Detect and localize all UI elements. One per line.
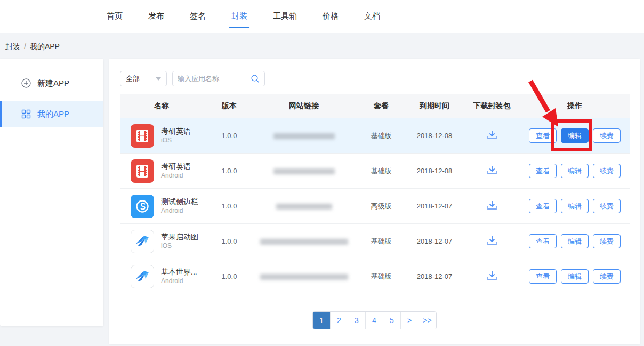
blurred-website-link xyxy=(276,204,332,210)
expiry-date-cell: 2018-12-07 xyxy=(405,202,464,210)
app-table: 名称版本网站链接套餐到期时间下载封装包操作 考研英语 iOS 1.0.0 基础版… xyxy=(120,94,630,294)
app-platform: Android xyxy=(161,277,197,286)
download-icon[interactable] xyxy=(486,235,498,246)
download-icon[interactable] xyxy=(486,130,498,140)
app-version: 1.0.0 xyxy=(208,237,251,245)
app-platform: Android xyxy=(161,207,198,215)
column-header: 下载封装包 xyxy=(464,101,520,111)
download-cell xyxy=(464,270,520,283)
table-row: 考研英语 Android 1.0.0 基础版 2018-12-08 查看 编辑 … xyxy=(120,154,630,189)
last-page-button[interactable]: >> xyxy=(418,312,436,329)
toolbar: 全部 xyxy=(120,71,629,86)
s-blue-app-icon xyxy=(131,195,154,218)
app-version: 1.0.0 xyxy=(208,202,251,210)
table-row: 测试侧边栏 Android 1.0.0 高级版 2018-12-07 查看 编辑… xyxy=(120,189,630,224)
sidebar-item-my-app[interactable]: 我的APP xyxy=(0,101,103,127)
next-page-button[interactable]: > xyxy=(401,312,418,329)
plus-circle-icon xyxy=(21,78,31,88)
pagination: 12345>>> xyxy=(312,311,437,329)
app-name-cell: 考研英语 iOS xyxy=(120,124,208,148)
plan-cell: 基础版 xyxy=(357,237,405,246)
page-button-3[interactable]: 3 xyxy=(348,312,366,329)
film-red-app-icon xyxy=(131,124,154,148)
expiry-date-cell: 2018-12-08 xyxy=(405,132,464,140)
actions-cell: 查看 编辑 续费 xyxy=(520,234,630,248)
actions-cell: 查看 编辑 续费 xyxy=(520,128,630,143)
sidebar-item-new-app[interactable]: 新建APP xyxy=(0,70,103,96)
nav-tab[interactable]: 封装 xyxy=(231,0,247,33)
nav-tab[interactable]: 价格 xyxy=(323,0,339,33)
grid-icon xyxy=(21,109,31,119)
bird-blue-app-icon xyxy=(131,230,154,253)
chevron-down-icon xyxy=(156,77,161,81)
app-name-cell: 苹果启动图 iOS xyxy=(120,230,208,253)
page-button-1[interactable]: 1 xyxy=(313,312,331,329)
edit-button[interactable]: 编辑 xyxy=(561,199,589,213)
column-header: 版本 xyxy=(208,101,251,111)
app-platform: iOS xyxy=(161,242,198,251)
sidebar: 新建APP 我的APP xyxy=(0,59,103,326)
view-button[interactable]: 查看 xyxy=(529,164,557,178)
nav-tab[interactable]: 首页 xyxy=(107,0,123,33)
renew-button[interactable]: 续费 xyxy=(593,269,621,284)
renew-button[interactable]: 续费 xyxy=(593,164,621,178)
nav-tab[interactable]: 工具箱 xyxy=(273,0,297,33)
column-header: 到期时间 xyxy=(405,101,464,111)
website-link-cell xyxy=(251,202,357,210)
search-icon[interactable] xyxy=(251,74,260,83)
renew-button[interactable]: 续费 xyxy=(593,234,621,248)
app-name: 苹果启动图 xyxy=(161,232,198,242)
edit-button[interactable]: 编辑 xyxy=(561,164,589,178)
actions-cell: 查看 编辑 续费 xyxy=(520,199,630,213)
page-button-5[interactable]: 5 xyxy=(383,312,401,329)
plan-cell: 高级版 xyxy=(357,202,405,211)
view-button[interactable]: 查看 xyxy=(529,234,557,248)
app-name-cell: 测试侧边栏 Android xyxy=(120,195,208,218)
page-button-2[interactable]: 2 xyxy=(331,312,348,329)
column-header: 名称 xyxy=(120,101,208,111)
download-cell xyxy=(464,165,520,177)
renew-button[interactable]: 续费 xyxy=(593,128,621,143)
app-platform: iOS xyxy=(161,136,191,145)
website-link-cell xyxy=(251,237,357,245)
nav-tab[interactable]: 签名 xyxy=(190,0,206,33)
blurred-website-link xyxy=(260,274,348,280)
download-cell xyxy=(464,130,520,142)
edit-button[interactable]: 编辑 xyxy=(561,128,589,143)
app-name-cell: 基本世界... Android xyxy=(120,265,208,288)
film-red-app-icon xyxy=(131,159,154,183)
download-icon[interactable] xyxy=(486,165,498,175)
search-input[interactable] xyxy=(178,75,251,83)
expiry-date-cell: 2018-12-07 xyxy=(405,272,464,280)
page-button-4[interactable]: 4 xyxy=(366,312,383,329)
table-row: 考研英语 iOS 1.0.0 基础版 2018-12-08 查看 编辑 续费 xyxy=(120,118,630,154)
bird-blue-app-icon xyxy=(131,265,154,288)
top-navigation: 首页发布签名封装工具箱价格文档 xyxy=(0,0,644,33)
view-button[interactable]: 查看 xyxy=(529,269,557,284)
blurred-website-link xyxy=(273,168,335,174)
download-icon[interactable] xyxy=(486,200,498,211)
filter-dropdown[interactable]: 全部 xyxy=(120,71,167,86)
app-platform: Android xyxy=(161,172,191,180)
edit-button[interactable]: 编辑 xyxy=(561,234,589,248)
view-button[interactable]: 查看 xyxy=(529,199,557,213)
breadcrumb-section[interactable]: 封装 xyxy=(5,42,20,51)
nav-tab[interactable]: 发布 xyxy=(148,0,164,33)
website-link-cell xyxy=(251,167,357,175)
download-icon[interactable] xyxy=(486,270,498,281)
breadcrumb-separator: / xyxy=(24,42,26,51)
view-button[interactable]: 查看 xyxy=(529,128,557,143)
actions-cell: 查看 编辑 续费 xyxy=(520,164,630,178)
website-link-cell xyxy=(251,272,357,280)
renew-button[interactable]: 续费 xyxy=(593,199,621,213)
column-header: 网站链接 xyxy=(251,101,357,111)
table-row: 苹果启动图 iOS 1.0.0 基础版 2018-12-07 查看 编辑 续费 xyxy=(120,224,630,259)
actions-cell: 查看 编辑 续费 xyxy=(520,269,630,284)
app-name: 考研英语 xyxy=(161,162,191,172)
blurred-website-link xyxy=(260,239,348,245)
search-box xyxy=(172,71,265,86)
edit-button[interactable]: 编辑 xyxy=(561,269,589,284)
app-version: 1.0.0 xyxy=(208,167,251,175)
nav-tab[interactable]: 文档 xyxy=(364,0,380,33)
breadcrumb: 封装/我的APP xyxy=(5,42,60,52)
